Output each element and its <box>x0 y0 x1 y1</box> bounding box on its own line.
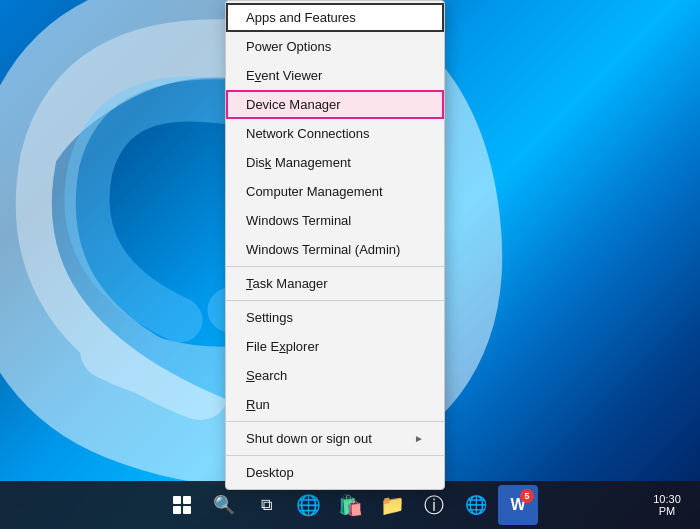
menu-item-computer-management[interactable]: Computer Management <box>226 177 444 206</box>
menu-item-apps-features[interactable]: Apps and Features <box>226 3 444 32</box>
desktop: Apps and Features Power Options Event Vi… <box>0 0 700 529</box>
menu-item-task-manager[interactable]: Task Manager <box>226 269 444 298</box>
start-button[interactable] <box>162 485 202 525</box>
menu-item-disk-management[interactable]: Disk Management <box>226 148 444 177</box>
menu-item-run[interactable]: Run <box>226 390 444 419</box>
edge-icon[interactable]: 🌐 <box>288 485 328 525</box>
menu-item-shut-down[interactable]: Shut down or sign out ► <box>226 424 444 453</box>
menu-item-network-connections[interactable]: Network Connections <box>226 119 444 148</box>
word-badge: 5 <box>520 489 534 503</box>
menu-item-power-options[interactable]: Power Options <box>226 32 444 61</box>
menu-item-settings[interactable]: Settings <box>226 303 444 332</box>
taskbar-search-button[interactable]: 🔍 <box>204 485 244 525</box>
menu-item-device-manager[interactable]: Device Manager <box>226 90 444 119</box>
system-tray: 10:30 PM <box>642 481 692 529</box>
menu-separator-2 <box>226 300 444 301</box>
menu-item-file-explorer[interactable]: File Explorer <box>226 332 444 361</box>
menu-item-event-viewer[interactable]: Event Viewer <box>226 61 444 90</box>
windows-logo-icon <box>173 496 191 514</box>
menu-item-windows-terminal-admin[interactable]: Windows Terminal (Admin) <box>226 235 444 264</box>
menu-separator-1 <box>226 266 444 267</box>
clock[interactable]: 10:30 PM <box>642 485 692 525</box>
menu-item-windows-terminal[interactable]: Windows Terminal <box>226 206 444 235</box>
network-icon[interactable]: 🌐 <box>456 485 496 525</box>
word-icon[interactable]: W 5 <box>498 485 538 525</box>
store-icon[interactable]: 🛍️ <box>330 485 370 525</box>
menu-separator-4 <box>226 455 444 456</box>
file-explorer-icon[interactable]: 📁 <box>372 485 412 525</box>
menu-item-desktop[interactable]: Desktop <box>226 458 444 487</box>
task-view-button[interactable]: ⧉ <box>246 485 286 525</box>
taskbar-icon-group: 🔍 ⧉ 🌐 🛍️ 📁 ⓘ 🌐 <box>162 485 538 525</box>
submenu-arrow: ► <box>414 433 424 444</box>
info-icon[interactable]: ⓘ <box>414 485 454 525</box>
context-menu: Apps and Features Power Options Event Vi… <box>225 0 445 490</box>
menu-item-search[interactable]: Search <box>226 361 444 390</box>
menu-separator-3 <box>226 421 444 422</box>
